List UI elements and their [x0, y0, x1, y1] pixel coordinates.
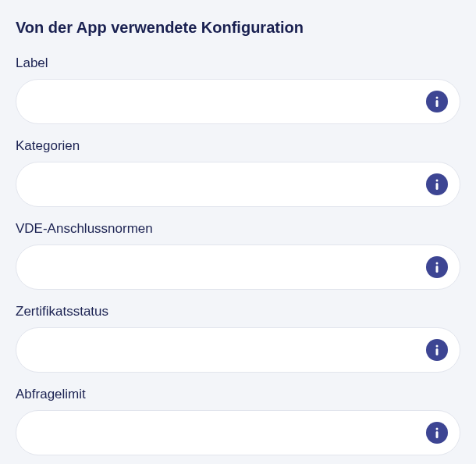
field-group-vde: VDE-Anschlussnormen: [16, 221, 460, 290]
info-icon[interactable]: [426, 339, 448, 361]
field-label-vde: VDE-Anschlussnormen: [16, 221, 460, 237]
input-wrapper: [16, 79, 460, 124]
field-label-abfragelimit: Abfragelimit: [16, 387, 460, 402]
input-wrapper: [16, 244, 460, 290]
info-icon[interactable]: [426, 256, 448, 278]
svg-point-0: [436, 97, 439, 99]
field-group-abfragelimit: Abfragelimit: [16, 387, 460, 455]
field-label-kategorien: Kategorien: [16, 138, 460, 154]
abfragelimit-input[interactable]: [16, 410, 460, 455]
field-group-label: Label: [16, 55, 460, 124]
svg-rect-5: [436, 266, 439, 273]
field-group-zertifikat: Zertifikatsstatus: [16, 304, 460, 373]
zertifikat-input[interactable]: [16, 327, 460, 373]
section-title: Von der App verwendete Konfiguration: [16, 19, 460, 37]
svg-rect-3: [436, 183, 439, 190]
svg-point-8: [436, 428, 439, 430]
field-label-label: Label: [16, 55, 460, 71]
kategorien-input[interactable]: [16, 162, 460, 207]
field-group-kategorien: Kategorien: [16, 138, 460, 207]
field-label-zertifikat: Zertifikatsstatus: [16, 304, 460, 319]
info-icon[interactable]: [426, 91, 448, 112]
info-icon[interactable]: [426, 173, 448, 195]
input-wrapper: [16, 327, 460, 373]
label-input[interactable]: [16, 79, 460, 124]
svg-point-2: [436, 180, 439, 182]
input-wrapper: [16, 410, 460, 455]
svg-rect-9: [436, 431, 439, 438]
svg-rect-1: [436, 100, 439, 107]
svg-point-4: [436, 262, 439, 265]
vde-input[interactable]: [16, 244, 460, 290]
svg-point-6: [436, 345, 439, 348]
input-wrapper: [16, 162, 460, 207]
info-icon[interactable]: [426, 422, 448, 444]
svg-rect-7: [436, 348, 439, 355]
